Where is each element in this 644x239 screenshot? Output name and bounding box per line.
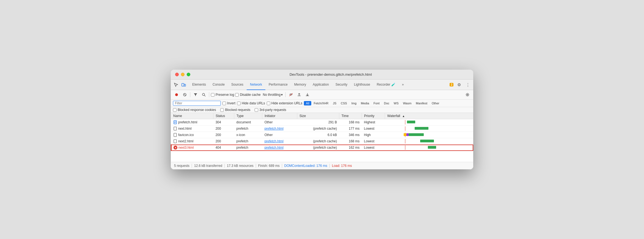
filter-type-js[interactable]: JS [331, 101, 338, 105]
col-type[interactable]: Type [234, 113, 262, 119]
close-button[interactable] [175, 73, 179, 76]
title-bar: DevTools - prerender-demos.glitch.me/pre… [171, 70, 473, 80]
cell-waterfall [385, 132, 473, 138]
col-priority[interactable]: Priority [362, 113, 385, 119]
initiator-link[interactable]: prefetch.html [265, 146, 284, 150]
filter-type-other[interactable]: Other [430, 101, 441, 105]
table-row[interactable]: ✕next3.html404prefetchprefetch.html(pref… [171, 145, 473, 151]
wifi-icon[interactable] [287, 91, 295, 98]
status-bar: 5 requests 12.6 kB transferred 17.3 kB r… [171, 162, 473, 169]
cell-type: x-icon [234, 132, 262, 138]
maximize-button[interactable] [187, 73, 190, 76]
initiator-link[interactable]: prefetch.html [265, 127, 284, 131]
window-title: DevTools - prerender-demos.glitch.me/pre… [192, 72, 469, 77]
preserve-log-checkbox[interactable]: Preserve log [211, 93, 234, 97]
more-button[interactable]: ⋮ [464, 82, 471, 88]
tab-more[interactable]: » [399, 80, 407, 90]
filter-type-manifest[interactable]: Manifest [414, 101, 429, 105]
filter-type-ws[interactable]: WS [392, 101, 401, 105]
tab-recorder[interactable]: Recorder 🧪 [373, 80, 399, 90]
file-name: prefetch.html [178, 120, 197, 124]
filter-type-fetch/xhr[interactable]: Fetch/XHR [312, 101, 331, 105]
file-icon [173, 139, 177, 143]
filter-input-wrap [173, 101, 221, 106]
network-settings-icon[interactable] [464, 91, 471, 98]
third-party-checkbox[interactable]: 3rd-party requests [255, 108, 286, 112]
table-row[interactable]: next.html200prefetchprefetch.html(prefet… [171, 126, 473, 132]
col-name[interactable]: Name [171, 113, 213, 119]
table-header: Name Status Type Initiator Size Time Pri… [171, 113, 473, 119]
col-waterfall[interactable]: Waterfall ▲ [385, 113, 473, 119]
settings-button[interactable]: ⚙ [456, 82, 462, 88]
blocked-cookies-checkbox[interactable]: Blocked response cookies [173, 108, 216, 112]
tab-security[interactable]: Security [332, 80, 351, 90]
cell-status: 200 [213, 138, 234, 145]
cell-initiator[interactable]: prefetch.html [262, 138, 297, 145]
device-toolbar-icon[interactable] [181, 82, 187, 88]
file-name: next3.html [178, 146, 194, 150]
tab-console[interactable]: Console [209, 80, 228, 90]
hide-ext-urls-checkbox[interactable]: Hide extension URLs [267, 101, 302, 105]
cell-name: prefetch.html [171, 119, 213, 126]
tab-memory[interactable]: Memory [291, 80, 309, 90]
status-requests: 5 requests [174, 164, 189, 168]
tab-bar-right: 2 ⚙ ⋮ [450, 82, 471, 88]
tab-elements[interactable]: Elements [189, 80, 209, 90]
initiator-link[interactable]: prefetch.html [265, 139, 284, 143]
inspect-icon[interactable] [173, 82, 179, 88]
filter-type-wasm[interactable]: Wasm [401, 101, 414, 105]
hide-data-urls-checkbox[interactable]: Hide data URLs [237, 101, 265, 105]
disable-cache-checkbox[interactable]: Disable cache [235, 93, 260, 97]
filter-input[interactable] [175, 101, 219, 105]
status-load: Load: 176 ms [332, 164, 352, 168]
col-time[interactable]: Time [339, 113, 362, 119]
cell-priority: Lowest [362, 145, 385, 151]
tab-lighthouse[interactable]: Lighthouse [351, 80, 373, 90]
cell-waterfall [385, 145, 473, 151]
svg-rect-13 [174, 127, 177, 130]
cell-initiator[interactable]: prefetch.html [262, 145, 297, 151]
cell-type: prefetch [234, 138, 262, 145]
table-row[interactable]: prefetch.html304documentOther291 B168 ms… [171, 119, 473, 126]
tab-network[interactable]: Network [247, 80, 265, 90]
filter-type-font[interactable]: Font [371, 101, 381, 105]
download-icon[interactable] [304, 91, 311, 98]
search-button[interactable] [200, 91, 207, 98]
cell-initiator[interactable]: prefetch.html [262, 126, 297, 132]
filter-type-media[interactable]: Media [359, 101, 371, 105]
waterfall-red-line [405, 120, 405, 124]
issues-badge[interactable]: 2 [450, 83, 453, 86]
col-size[interactable]: Size [297, 113, 339, 119]
minimize-button[interactable] [181, 73, 185, 76]
status-resources: 17.3 kB resources [227, 164, 254, 168]
svg-rect-1 [184, 84, 186, 86]
filter-type-doc[interactable]: Doc [382, 101, 391, 105]
table-row[interactable]: next2.html200prefetchprefetch.html(prefe… [171, 138, 473, 145]
filter-type-css[interactable]: CSS [339, 101, 349, 105]
tab-performance[interactable]: Performance [265, 80, 291, 90]
upload-icon[interactable] [296, 91, 303, 98]
blocked-row: Blocked response cookies Blocked request… [171, 107, 473, 113]
filter-button[interactable] [192, 91, 199, 98]
throttle-select[interactable]: No throttling ▾ [262, 92, 284, 97]
record-button[interactable] [173, 91, 180, 98]
invert-checkbox[interactable]: Invert [222, 101, 235, 105]
clear-button[interactable] [181, 91, 188, 98]
file-name: next.html [178, 127, 192, 131]
table-row[interactable]: favicon.ico200x-iconOther6.0 kB346 msHig… [171, 132, 473, 138]
filter-type-img[interactable]: Img [349, 101, 358, 105]
blocked-requests-checkbox[interactable]: Blocked requests [220, 108, 250, 112]
col-initiator[interactable]: Initiator [262, 113, 297, 119]
table-empty-area [171, 151, 473, 162]
svg-point-8 [467, 94, 468, 95]
chevron-down-icon: ▾ [281, 93, 283, 97]
tab-sources[interactable]: Sources [228, 80, 247, 90]
cell-name: next2.html [171, 138, 213, 145]
waterfall-bar [404, 133, 406, 136]
filter-type-all[interactable]: All [304, 101, 311, 105]
cell-time: 168 ms [339, 119, 362, 126]
svg-rect-14 [174, 133, 177, 137]
tab-application[interactable]: Application [309, 80, 332, 90]
cell-size: (prefetch cache) [297, 126, 339, 132]
col-status[interactable]: Status [213, 113, 234, 119]
